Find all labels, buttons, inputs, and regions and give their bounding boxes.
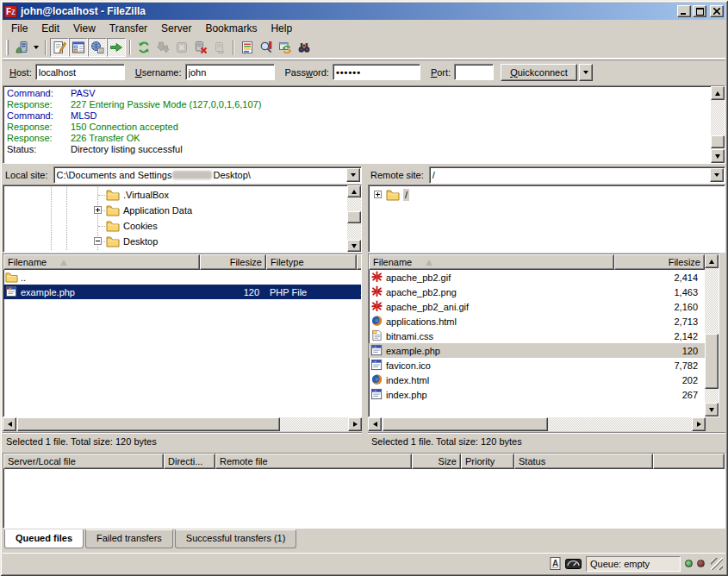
filter-button[interactable] bbox=[238, 38, 257, 57]
menu-transfer[interactable]: Transfer bbox=[103, 21, 154, 36]
file-row[interactable]: example.php120PHP File1 bbox=[3, 285, 361, 299]
quickconnect-dropdown[interactable] bbox=[579, 64, 593, 81]
file-row[interactable]: bitnami.css2,142 bbox=[369, 329, 705, 343]
remote-header-filesize[interactable]: Filesize bbox=[614, 254, 705, 270]
close-button[interactable] bbox=[710, 5, 724, 17]
log-scroll-up-button[interactable] bbox=[711, 86, 725, 100]
file-row[interactable]: favicon.ico7,782 bbox=[369, 358, 705, 373]
menu-server[interactable]: Server bbox=[154, 21, 198, 36]
port-input[interactable] bbox=[454, 64, 494, 80]
remote-scroll-up-button[interactable] bbox=[705, 254, 719, 268]
local-file-list: Filename Filesize Filetype L ..example.p… bbox=[3, 254, 362, 417]
remote-site-combo[interactable]: / bbox=[429, 166, 725, 184]
tab-successful-transfers-1[interactable]: Successful transfers (1) bbox=[175, 529, 297, 548]
local-tree-item[interactable]: Cookies bbox=[5, 218, 359, 234]
password-label: Password: bbox=[285, 67, 329, 78]
remote-header-filename[interactable]: Filename bbox=[369, 254, 614, 270]
tree-item-label: Application Data bbox=[121, 204, 194, 216]
menu-bookmarks[interactable]: Bookmarks bbox=[198, 21, 264, 36]
site-manager-dropdown[interactable] bbox=[31, 38, 41, 57]
menu-view[interactable]: View bbox=[66, 21, 103, 36]
tab-queued-files[interactable]: Queued files bbox=[4, 529, 84, 548]
toggle-remote-tree-button[interactable] bbox=[88, 38, 107, 57]
speed-limit-indicator[interactable] bbox=[565, 559, 582, 569]
local-site-combo[interactable]: C:\Documents and SettingsDesktop\ bbox=[53, 166, 362, 184]
log-scroll-down-button[interactable] bbox=[711, 149, 725, 163]
find-files-button[interactable] bbox=[295, 38, 314, 57]
remote-vscroll-thumb[interactable] bbox=[705, 334, 719, 389]
local-hscroll-thumb[interactable] bbox=[17, 417, 280, 431]
resize-grip[interactable] bbox=[711, 558, 723, 570]
title-bar[interactable]: Fz john@localhost - FileZilla bbox=[3, 3, 725, 20]
site-manager-button[interactable] bbox=[12, 38, 31, 57]
local-header-filesize[interactable]: Filesize bbox=[200, 254, 266, 270]
toggle-log-button[interactable] bbox=[50, 38, 69, 57]
remote-scroll-down-button[interactable] bbox=[705, 403, 719, 416]
local-tree-scroll-down-button[interactable] bbox=[347, 240, 361, 252]
file-row[interactable]: apache_pb2.png1,463 bbox=[369, 285, 705, 299]
file-row[interactable]: applications.html2,713 bbox=[369, 314, 705, 329]
minimize-button[interactable] bbox=[677, 5, 691, 17]
local-tree-vscroll-thumb[interactable] bbox=[347, 211, 361, 223]
local-tree-vscrollbar[interactable] bbox=[347, 185, 361, 252]
remote-tree-item[interactable]: / bbox=[370, 187, 723, 203]
toggle-queue-button[interactable] bbox=[107, 38, 126, 57]
file-row[interactable]: .. bbox=[3, 270, 361, 285]
local-tree-item[interactable]: Desktop bbox=[5, 234, 359, 249]
toolbar-grip[interactable] bbox=[6, 40, 9, 55]
file-row[interactable]: apache_pb2.gif2,414 bbox=[369, 270, 705, 285]
remote-list-vscrollbar[interactable] bbox=[705, 254, 719, 416]
toolbar-separator bbox=[233, 40, 234, 55]
queue-header-priority[interactable]: Priority bbox=[461, 454, 514, 469]
local-path-prefix: C:\Documents and Settings bbox=[57, 170, 172, 180]
quickconnect-button[interactable]: Quickconnect bbox=[501, 64, 577, 81]
sync-browsing-button[interactable] bbox=[276, 38, 295, 57]
expand-icon[interactable] bbox=[374, 191, 382, 198]
queue-header-server-local-file[interactable]: Server/Local file bbox=[3, 454, 164, 469]
local-scroll-left-button[interactable] bbox=[3, 417, 16, 431]
refresh-button[interactable] bbox=[134, 38, 153, 57]
transfer-type-indicator[interactable]: A bbox=[550, 557, 561, 570]
toggle-local-tree-button[interactable] bbox=[69, 38, 88, 57]
remote-scroll-right-button[interactable] bbox=[692, 417, 706, 431]
file-name: apache_pb2.png bbox=[386, 287, 457, 297]
remote-scroll-left-button[interactable] bbox=[368, 417, 382, 431]
queue-header-remote-file[interactable]: Remote file bbox=[215, 454, 412, 469]
disconnect-button[interactable] bbox=[191, 38, 210, 57]
file-row[interactable]: example.php120 bbox=[369, 343, 705, 358]
menu-edit[interactable]: Edit bbox=[34, 21, 66, 36]
file-row[interactable]: index.html202 bbox=[369, 373, 705, 387]
queue-header-directi[interactable]: Directi... bbox=[164, 454, 215, 469]
local-header-modified[interactable]: L bbox=[357, 254, 362, 270]
maximize-button[interactable] bbox=[693, 5, 706, 17]
password-input[interactable] bbox=[333, 64, 420, 80]
log-vscrollbar[interactable] bbox=[711, 86, 725, 163]
local-hscrollbar[interactable] bbox=[3, 417, 362, 431]
username-input[interactable] bbox=[185, 64, 275, 80]
host-input[interactable] bbox=[35, 64, 125, 80]
tab-failed-transfers[interactable]: Failed transfers bbox=[85, 529, 173, 548]
folder-icon bbox=[386, 188, 400, 201]
menu-help[interactable]: Help bbox=[264, 21, 299, 36]
remote-hscrollbar[interactable] bbox=[368, 417, 706, 431]
local-tree-item[interactable]: Application Data bbox=[5, 203, 359, 218]
toggle-log-icon bbox=[53, 41, 66, 54]
file-row[interactable]: apache_pb2_ani.gif2,160 bbox=[369, 299, 705, 314]
collapse-icon[interactable] bbox=[94, 237, 102, 245]
file-row[interactable]: index.php267 bbox=[369, 387, 705, 402]
expand-icon[interactable] bbox=[94, 206, 102, 214]
remote-hscroll-thumb[interactable] bbox=[383, 417, 548, 431]
local-tree-scroll-up-button[interactable] bbox=[347, 185, 361, 197]
local-scroll-right-button[interactable] bbox=[348, 417, 362, 431]
local-header-filename[interactable]: Filename bbox=[3, 254, 200, 270]
compare-button[interactable] bbox=[257, 38, 276, 57]
remote-site-combo-dropdown[interactable] bbox=[710, 168, 724, 182]
php-icon bbox=[5, 285, 21, 299]
local-header-filetype[interactable]: Filetype bbox=[266, 254, 357, 270]
local-tree-item[interactable]: .VirtualBox bbox=[5, 187, 359, 203]
queue-header-size[interactable]: Size bbox=[412, 454, 461, 469]
menu-file[interactable]: File bbox=[4, 21, 34, 36]
queue-header-status[interactable]: Status bbox=[514, 454, 653, 469]
local-site-combo-dropdown[interactable] bbox=[346, 168, 360, 182]
log-vscroll-thumb[interactable] bbox=[711, 135, 725, 148]
